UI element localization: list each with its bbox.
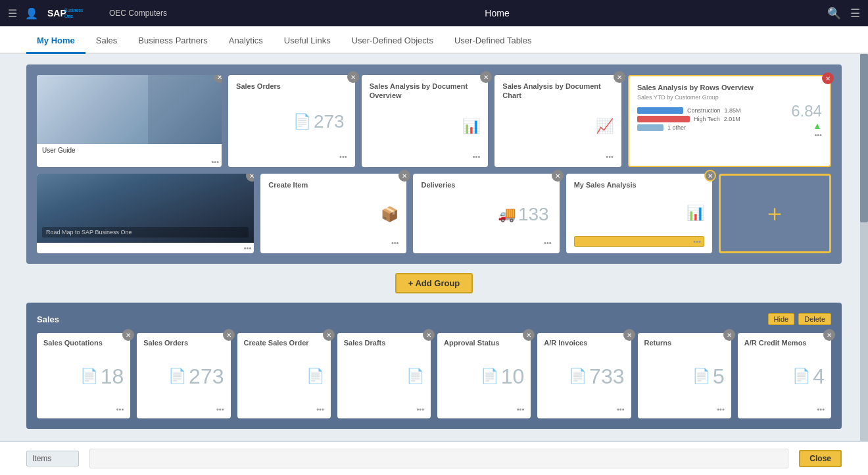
scrollbar[interactable] (860, 54, 868, 475)
add-tile-button[interactable]: ＋ (719, 174, 831, 253)
my-sales-analysis-dots[interactable]: ••• (574, 236, 704, 247)
sales-analysis-rows-tile[interactable]: ✕ Sales Analysis by Rows Overview Sales … (628, 75, 831, 167)
my-sales-analysis-icon: 📊 (687, 205, 704, 222)
sales-orders-tile-1[interactable]: ✕ Sales Orders 📄 273 ••• (228, 75, 355, 167)
bottom-drawer: Items Close (0, 441, 868, 475)
nav-analytics[interactable]: Analytics (218, 29, 274, 54)
ar-credit-memos-icon: 📄 (792, 368, 810, 385)
add-group-button[interactable]: + Add Group (395, 273, 473, 293)
user-guide-caption: User Guide (37, 144, 222, 157)
nav-user-defined-objects[interactable]: User-Defined Objects (341, 29, 444, 54)
delete-button[interactable]: Delete (798, 313, 831, 325)
ar-invoices-count-row: 📄 733 (544, 364, 624, 389)
user-guide-image (37, 75, 222, 144)
sales-orders-1-close[interactable]: ✕ (347, 71, 359, 83)
sales-orders-1-title: Sales Orders (236, 82, 347, 91)
menu-icon[interactable]: ☰ (850, 7, 860, 20)
close-button[interactable]: Close (799, 450, 842, 467)
returns-tile[interactable]: ✕ Returns 📄 5 ••• (638, 333, 731, 418)
approval-status-icon: 📄 (481, 368, 498, 385)
user-icon[interactable]: 👤 (25, 7, 38, 20)
ar-credit-memos-dots[interactable]: ••• (744, 405, 825, 413)
nav-my-home[interactable]: My Home (26, 29, 85, 54)
hamburger-icon[interactable]: ☰ (8, 7, 17, 20)
create-item-dots[interactable]: ••• (268, 239, 398, 247)
sales-quotations-tile[interactable]: ✕ Sales Quotations 📄 18 ••• (37, 333, 130, 418)
ar-invoices-dots[interactable]: ••• (544, 405, 624, 413)
topbar: ☰ 👤 SAP Business One OEC Computers Home … (0, 0, 868, 26)
deliveries-dots[interactable]: ••• (421, 239, 551, 247)
create-item-close[interactable]: ✕ (398, 170, 410, 182)
returns-close[interactable]: ✕ (723, 329, 735, 341)
returns-dots[interactable]: ••• (644, 405, 725, 413)
sales-analysis-rows-close[interactable]: ✕ (822, 72, 834, 84)
sales-analysis-doc-overview-close[interactable]: ✕ (480, 71, 492, 83)
sales-analysis-doc-chart-dots[interactable]: ••• (502, 153, 614, 161)
sales-drafts-tile[interactable]: ✕ Sales Drafts 📄 ••• (337, 333, 431, 418)
sales-orders-1-count: 273 (314, 111, 347, 132)
user-guide-dots[interactable]: ••• (37, 157, 222, 167)
group1-row1: ✕ User Guide ••• ✕ Sales Orders 📄 273 • (37, 75, 831, 167)
nav-sales[interactable]: Sales (85, 29, 128, 54)
deliveries-count-row: 🚚 133 (421, 204, 551, 225)
road-map-tile[interactable]: ✕ Road Map to SAP Business One ••• (37, 174, 254, 253)
ar-invoices-title: A/R Invoices (544, 338, 624, 347)
bar-other: 1 other (637, 124, 741, 131)
scrollbar-thumb[interactable] (860, 54, 868, 222)
approval-status-close[interactable]: ✕ (523, 329, 535, 341)
sales-drafts-close[interactable]: ✕ (423, 329, 435, 341)
group1: ✕ User Guide ••• ✕ Sales Orders 📄 273 • (26, 64, 842, 264)
my-sales-analysis-title: My Sales Analysis (574, 180, 704, 189)
approval-status-count: 10 (501, 364, 525, 389)
create-item-tile[interactable]: ✕ Create Item 📦 ••• (260, 174, 406, 253)
deliveries-tile[interactable]: ✕ Deliveries 🚚 133 ••• (413, 174, 559, 253)
sales-quotations-title: Sales Quotations (43, 338, 124, 347)
sales-analysis-doc-chart-close[interactable]: ✕ (614, 71, 625, 83)
create-sales-order-close[interactable]: ✕ (323, 329, 335, 341)
sales-group: Sales Hide Delete ✕ Sales Quotations 📄 1… (26, 303, 842, 429)
nav-business-partners[interactable]: Business Partners (128, 29, 218, 54)
bar-construction-fill (637, 107, 683, 114)
returns-icon: 📄 (692, 368, 710, 385)
sales-analysis-rows-dots[interactable]: ••• (637, 131, 822, 139)
approval-status-dots[interactable]: ••• (444, 405, 524, 413)
ar-credit-memos-tile[interactable]: ✕ A/R Credit Memos 📄 4 ••• (738, 333, 831, 418)
sales-analysis-doc-overview-tile[interactable]: ✕ Sales Analysis by Document Overview 📊 … (362, 75, 489, 167)
ar-invoices-tile[interactable]: ✕ A/R Invoices 📄 733 ••• (537, 333, 631, 418)
search-icon[interactable]: 🔍 (827, 7, 841, 20)
bar-construction: Construction 1.85M (637, 107, 741, 114)
road-map-dots[interactable]: ••• (37, 243, 254, 253)
sales-orders-1-dots[interactable]: ••• (236, 153, 347, 161)
create-sales-order-tile[interactable]: ✕ Create Sales Order 📄 ••• (237, 333, 331, 418)
my-sales-analysis-close[interactable]: ✕ (704, 170, 716, 182)
approval-status-tile[interactable]: ✕ Approval Status 📄 10 ••• (437, 333, 531, 418)
sales-drafts-dots[interactable]: ••• (344, 405, 424, 413)
sap-logo-icon: SAP Business One (46, 5, 99, 21)
approval-status-count-row: 📄 10 (444, 364, 524, 389)
sales-orders-tile-2[interactable]: ✕ Sales Orders 📄 273 ••• (137, 333, 230, 418)
deliveries-close[interactable]: ✕ (552, 170, 564, 182)
nav-useful-links[interactable]: Useful Links (274, 29, 341, 54)
sales-orders-2-close[interactable]: ✕ (223, 329, 235, 341)
sales-quotations-dots[interactable]: ••• (43, 405, 124, 413)
sales-analysis-value-row: Construction 1.85M High Tech 2.01M 1 oth… (637, 102, 822, 131)
sales-quotations-icon: 📄 (80, 368, 98, 385)
ar-invoices-icon: 📄 (569, 368, 587, 385)
returns-count: 5 (713, 364, 725, 389)
sales-analysis-doc-overview-dots[interactable]: ••• (370, 153, 481, 161)
add-group-row: + Add Group (26, 273, 842, 293)
ar-credit-memos-close[interactable]: ✕ (823, 329, 835, 341)
ar-invoices-close[interactable]: ✕ (623, 329, 635, 341)
drawer-content (89, 449, 788, 468)
main-content: ✕ User Guide ••• ✕ Sales Orders 📄 273 • (0, 54, 868, 475)
sales-orders-2-dots[interactable]: ••• (143, 405, 224, 413)
user-guide-tile[interactable]: ✕ User Guide ••• (37, 75, 222, 167)
create-sales-order-dots[interactable]: ••• (244, 405, 324, 413)
sales-quotations-close[interactable]: ✕ (122, 329, 134, 341)
sales-orders-2-icon: 📄 (168, 368, 186, 385)
nav-user-defined-tables[interactable]: User-Defined Tables (444, 29, 542, 54)
create-item-title: Create Item (268, 180, 398, 189)
hide-button[interactable]: Hide (768, 313, 795, 325)
my-sales-analysis-tile[interactable]: ✕ My Sales Analysis 📊 ••• (566, 174, 712, 253)
sales-analysis-doc-chart-tile[interactable]: ✕ Sales Analysis by Document Chart 📈 ••• (494, 75, 621, 167)
